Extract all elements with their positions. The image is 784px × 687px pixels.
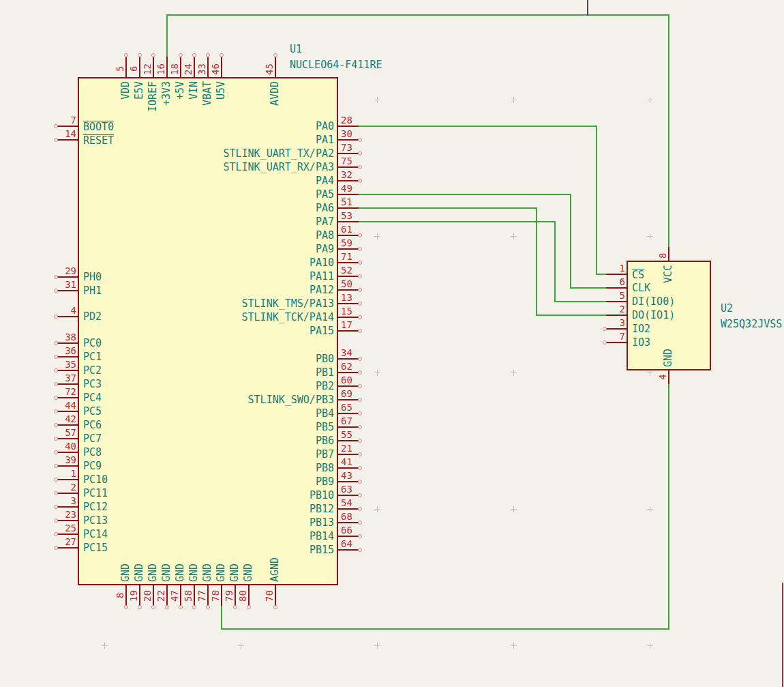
u2-pin-cs[interactable] [606, 274, 628, 275]
u1-pin-ioref[interactable] [153, 57, 154, 78]
u1-pin-pa5[interactable] [337, 194, 359, 195]
wire-gnd-to-gnd-seg1[interactable] [221, 628, 669, 630]
u1-pin-gnd[interactable] [125, 584, 127, 606]
u1-pin-pc9[interactable] [57, 465, 79, 467]
u1-pin-vdd[interactable] [125, 57, 127, 78]
wire-3v3-to-vcc-seg2[interactable] [668, 14, 669, 248]
u1-pin-pc6[interactable] [57, 424, 79, 426]
u1-pin-pa0[interactable] [337, 126, 359, 127]
wire-pa5-to-clk-seg0[interactable] [357, 194, 571, 195]
u1-pin-pa7[interactable] [337, 221, 359, 222]
u1-pin-pa4[interactable] [337, 180, 359, 181]
u1-pin-pb8[interactable] [337, 467, 359, 469]
u1-pin-pa15[interactable] [337, 330, 359, 332]
u1-pin-u5v[interactable] [221, 57, 222, 78]
u1-pin-boot0[interactable] [57, 126, 79, 127]
u1-pin-pc0[interactable] [57, 342, 79, 344]
u1-pin-avdd[interactable] [275, 57, 276, 78]
u1-pin-agnd[interactable] [275, 584, 276, 606]
u1-pin-+5v[interactable] [180, 57, 181, 78]
u1-pin-pc4[interactable] [57, 397, 79, 398]
u1-pin-gnd[interactable] [180, 584, 181, 606]
u1-pin-gnd[interactable] [139, 584, 140, 606]
u1-pin-stlink-swo-pb3[interactable] [337, 399, 359, 400]
u1-pin-gnd[interactable] [153, 584, 154, 606]
u2-pin-io2[interactable] [606, 328, 628, 330]
wire-gnd-to-gnd-seg2[interactable] [668, 383, 669, 630]
u1-pin-stlink-uart-tx-pa2[interactable] [337, 153, 359, 154]
u1-pin-pb10[interactable] [337, 495, 359, 496]
wire-pa7-to-di-seg2[interactable] [554, 301, 607, 302]
u1-pin-reset[interactable] [57, 139, 79, 141]
u1-pin-pb15[interactable] [337, 549, 359, 551]
u1-pin-pb6[interactable] [337, 440, 359, 441]
u1-pin-pb12[interactable] [337, 508, 359, 510]
u2-pin-clk[interactable] [606, 287, 628, 289]
u1-pin-pb9[interactable] [337, 481, 359, 482]
u1-pin-e5v[interactable] [139, 57, 140, 78]
u1-pin-pb1[interactable] [337, 372, 359, 373]
u1-pin-gnd[interactable] [248, 584, 250, 606]
u1-pin-pc7[interactable] [57, 438, 79, 439]
u1-pin-pc2[interactable] [57, 370, 79, 371]
u1-pin-ph1[interactable] [57, 290, 79, 291]
u1-pin-pc10[interactable] [57, 479, 79, 480]
wire-pa5-to-clk-seg1[interactable] [570, 194, 571, 289]
u2-pin-do-io1-[interactable] [606, 315, 628, 316]
u1-pin-gnd[interactable] [207, 584, 209, 606]
wire-gnd-to-gnd-seg0[interactable] [221, 604, 222, 630]
u1-pin-pc5[interactable] [57, 411, 79, 412]
u2-reference[interactable]: U2 [721, 303, 733, 315]
u2-pin-di-io0-[interactable] [606, 301, 628, 302]
u1-pin-pb13[interactable] [337, 522, 359, 523]
u1-pin-gnd[interactable] [235, 584, 236, 606]
u1-pin-stlink-tms-pa13[interactable] [337, 303, 359, 304]
u1-pin-gnd[interactable] [194, 584, 195, 606]
u1-pin-gnd[interactable] [221, 584, 222, 606]
u1-pin-pb7[interactable] [337, 454, 359, 455]
wire-pa0-to-cs-seg0[interactable] [357, 126, 597, 127]
u2-pin-io3[interactable] [606, 342, 628, 343]
u1-pin-pc11[interactable] [57, 493, 79, 494]
u1-pin-pc15[interactable] [57, 547, 79, 549]
u2-value[interactable]: W25Q32JVSS [721, 319, 782, 330]
u1-pin-pc3[interactable] [57, 383, 79, 385]
u1-pin-gnd[interactable] [166, 584, 168, 606]
u2-pin-vcc[interactable] [668, 247, 669, 262]
u1-pin-+3v3[interactable] [166, 57, 168, 78]
u1-reference[interactable]: U1 [290, 44, 302, 55]
u1-pin-pc14[interactable] [57, 533, 79, 535]
wire-pa0-to-cs-seg1[interactable] [596, 126, 597, 275]
u1-pin-pa8[interactable] [337, 235, 359, 236]
u1-pin-stlink-uart-rx-pa3[interactable] [337, 166, 359, 168]
u1-pin-pc1[interactable] [57, 356, 79, 357]
u1-pin-vin[interactable] [194, 57, 195, 78]
u1-pin-pb0[interactable] [337, 358, 359, 360]
u2-pin-gnd[interactable] [668, 369, 669, 384]
wire-pa6-to-do-seg0[interactable] [357, 207, 537, 209]
wire-pa7-to-di-seg0[interactable] [357, 221, 556, 222]
u1-pin-pb5[interactable] [337, 426, 359, 428]
offscreen-symbol-edge[interactable] [782, 583, 783, 687]
u1-pin-pc13[interactable] [57, 520, 79, 521]
u1-pin-pb4[interactable] [337, 413, 359, 414]
u1-pin-stlink-tck-pa14[interactable] [337, 317, 359, 318]
u1-pin-pd2[interactable] [57, 316, 79, 317]
u1-pin-pc8[interactable] [57, 452, 79, 453]
u1-pin-pa1[interactable] [337, 139, 359, 141]
u1-value[interactable]: NUCLEO64-F411RE [290, 59, 382, 71]
wire-pa6-to-do-seg2[interactable] [536, 315, 607, 316]
wire-pa5-to-clk-seg2[interactable] [570, 287, 607, 289]
u1-pin-pb14[interactable] [337, 536, 359, 537]
u1-pin-pb2[interactable] [337, 385, 359, 387]
u1-pin-pa11[interactable] [337, 276, 359, 277]
u1-pin-pa6[interactable] [337, 207, 359, 209]
u1-pin-pa12[interactable] [337, 289, 359, 291]
u1-pin-pa10[interactable] [337, 262, 359, 263]
wire-3v3-to-vcc-seg1[interactable] [166, 14, 669, 16]
u1-pin-ph0[interactable] [57, 276, 79, 278]
u1-pin-pc12[interactable] [57, 506, 79, 508]
u1-pin-pa9[interactable] [337, 248, 359, 250]
wire-3v3-to-vcc-seg0[interactable] [166, 14, 168, 59]
u1-pin-vbat[interactable] [207, 57, 209, 78]
